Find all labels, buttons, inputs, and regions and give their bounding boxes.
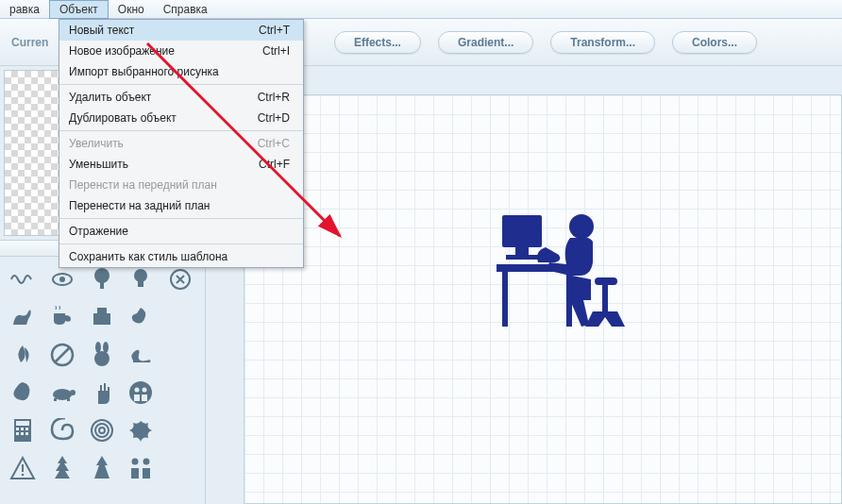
leaf-icon[interactable]	[6, 338, 40, 372]
menu-item-shortcut: Ctrl+I	[262, 44, 290, 58]
svg-point-15	[70, 390, 76, 395]
menu-item[interactable]: Удалить объектCtrl+R	[59, 87, 303, 108]
warning-icon[interactable]	[6, 451, 40, 485]
blank-icon	[163, 451, 197, 485]
svg-point-12	[103, 342, 109, 353]
svg-point-4	[134, 269, 147, 282]
hand-icon[interactable]	[85, 376, 119, 410]
svg-point-1	[59, 277, 65, 282]
spiral-icon[interactable]	[45, 413, 79, 447]
menu-item[interactable]: Дублировать объектCtrl+D	[59, 108, 303, 128]
menu-item-label: Импорт выбранного рисунка	[69, 65, 219, 78]
fax-icon[interactable]	[85, 300, 119, 334]
menu-item-label: Удалить объект	[69, 91, 151, 104]
svg-point-42	[569, 214, 594, 239]
nosmoking-icon[interactable]	[45, 338, 79, 372]
svg-rect-27	[21, 432, 24, 435]
gradient-button[interactable]: Gradient...	[438, 31, 533, 54]
menu-item-label: Новый текст	[69, 24, 134, 37]
svg-point-11	[95, 342, 101, 353]
svg-rect-26	[16, 432, 19, 435]
svg-rect-3	[100, 281, 104, 289]
menu-item-label: Перенести на задний план	[69, 199, 210, 212]
menu-separator	[59, 244, 303, 244]
svg-point-30	[95, 424, 109, 437]
menu-item[interactable]: Новое изображениеCtrl+I	[59, 41, 303, 61]
splat-icon[interactable]	[124, 413, 158, 447]
svg-point-33	[22, 474, 25, 477]
calc-icon[interactable]	[6, 413, 40, 447]
svg-point-18	[129, 381, 152, 404]
svg-rect-24	[21, 428, 24, 430]
menu-item: УвеличитьCtrl+C	[59, 133, 303, 154]
svg-point-19	[135, 388, 140, 393]
svg-point-35	[143, 459, 150, 465]
shape-grid	[0, 257, 205, 491]
svg-rect-23	[16, 428, 19, 430]
svg-point-13	[94, 351, 109, 366]
menu-item-shortcut: Ctrl+C	[258, 137, 290, 150]
people-icon[interactable]	[124, 451, 158, 485]
svg-line-10	[55, 347, 70, 362]
menu-item-label: Новое изображение	[69, 44, 175, 58]
turtle-icon[interactable]	[45, 376, 79, 410]
menu-item-label: Перенсти на передний план	[69, 178, 217, 192]
pine-icon[interactable]	[45, 451, 79, 485]
menu-item[interactable]: Импорт выбранного рисунка	[59, 61, 303, 82]
svg-rect-17	[67, 398, 70, 401]
menu-item-shortcut: Ctrl+F	[259, 158, 290, 171]
svg-rect-16	[54, 398, 57, 401]
svg-rect-40	[502, 272, 508, 327]
svg-rect-22	[16, 421, 29, 426]
svg-rect-38	[506, 255, 538, 260]
menu-item-label: Уменьшить	[69, 158, 128, 171]
menu-separator	[59, 130, 303, 131]
svg-point-2	[94, 268, 109, 283]
menu-item-label: Сохранить как стиль шаблона	[69, 250, 227, 263]
spiral2-icon[interactable]	[85, 413, 119, 447]
menu-bar[interactable]: равка Объект Окно Справка	[0, 0, 842, 19]
menu-item-label: Дублировать объект	[69, 111, 177, 125]
svg-point-20	[143, 388, 147, 393]
blank-icon	[163, 376, 197, 410]
svg-rect-44	[602, 285, 608, 313]
squiggle-icon[interactable]	[6, 262, 40, 296]
menu-object[interactable]: Объект	[49, 0, 109, 19]
menu-window[interactable]: Окно	[109, 1, 154, 18]
kangaroo-icon[interactable]	[6, 300, 40, 334]
bunny-icon[interactable]	[85, 338, 119, 372]
swirl2-icon[interactable]	[124, 300, 158, 334]
svg-rect-28	[25, 432, 28, 435]
menu-item-label: Увеличить	[69, 137, 124, 150]
svg-rect-7	[93, 313, 110, 325]
menu-item[interactable]: Отражение	[59, 221, 303, 242]
svg-rect-43	[595, 277, 617, 285]
family-icon[interactable]	[124, 376, 158, 410]
blank-icon	[163, 300, 197, 334]
svg-rect-36	[502, 215, 542, 247]
svg-point-31	[99, 428, 105, 433]
svg-rect-5	[138, 281, 143, 287]
menu-item[interactable]: Перенести на задний план	[59, 195, 303, 216]
colors-button[interactable]: Colors...	[672, 31, 757, 54]
effects-button[interactable]: Effects...	[334, 31, 421, 54]
svg-rect-25	[25, 428, 28, 430]
transform-button[interactable]: Transform...	[550, 31, 655, 54]
menu-pravka[interactable]: равка	[0, 1, 49, 18]
menu-item[interactable]: УменьшитьCtrl+F	[59, 154, 303, 175]
swan-icon[interactable]	[124, 338, 158, 372]
blank-icon	[163, 413, 197, 447]
cup-icon[interactable]	[45, 300, 79, 334]
toolbar-left-label: Curren	[9, 36, 48, 49]
menu-help[interactable]: Справка	[154, 1, 217, 18]
menu-item-label: Отражение	[69, 225, 128, 238]
svg-rect-8	[97, 308, 107, 313]
pine2-icon[interactable]	[85, 451, 119, 485]
object-menu-dropdown[interactable]: Новый текстCtrl+TНовое изображениеCtrl+I…	[59, 19, 304, 268]
blob-icon[interactable]	[6, 376, 40, 410]
menu-item[interactable]: Сохранить как стиль шаблона	[59, 246, 303, 267]
menu-separator	[59, 84, 303, 85]
menu-item[interactable]: Новый текстCtrl+T	[59, 20, 303, 41]
blank-icon	[163, 338, 197, 372]
canvas-clipart-person-at-computer[interactable]	[489, 208, 640, 340]
